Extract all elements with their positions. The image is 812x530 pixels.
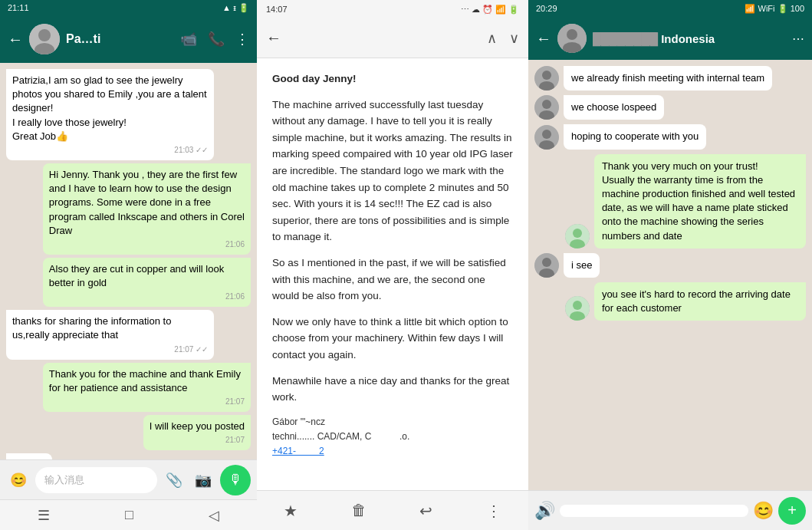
system-icons-panel2: ⋯ ☁ ⏰ 📶 🔋	[461, 5, 519, 15]
svg-point-7	[542, 71, 551, 80]
emoji-icon[interactable]: 😊	[753, 501, 774, 521]
svg-point-4	[567, 29, 577, 40]
avatar	[557, 24, 587, 53]
messages-list-panel3: we already finish meeting with internal …	[528, 60, 812, 490]
list-item: 😊 21:07 ✓✓	[6, 453, 52, 459]
message-text: thanks for sharing the information to us…	[12, 315, 171, 341]
mic-button[interactable]: 🎙	[220, 465, 251, 495]
message-bubble: you see it's hard to record the arriving…	[594, 282, 806, 321]
phone-icon[interactable]: 📞	[208, 31, 225, 48]
message-text: Also they are cut in copper and will loo…	[49, 263, 224, 288]
avatar	[534, 95, 559, 120]
panel-email: 14:07 ⋯ ☁ ⏰ 📶 🔋 ← ∧ ∨ Good day Jenny! Th…	[257, 0, 528, 530]
star-icon[interactable]: ★	[284, 502, 298, 520]
list-item: Also they are cut in copper and will loo…	[43, 258, 251, 307]
svg-point-1	[38, 29, 51, 41]
list-item: Thank you for the machine and thank Emil…	[43, 363, 251, 412]
list-item: hoping to cooperate with you	[534, 124, 806, 149]
contact-name: Pa…ti	[66, 32, 174, 46]
message-time: 21:07	[49, 397, 245, 407]
email-paragraph-4: Menawhile have a nice day and thanks for…	[272, 373, 513, 406]
message-time: 21:07	[150, 435, 245, 446]
message-text: Patrizia,I am so glad to see the jewelry…	[12, 74, 207, 142]
contact-name-suffix: Indonesia	[661, 32, 715, 45]
message-text: hoping to cooperate with you	[571, 130, 699, 142]
menu-icon[interactable]: ☰	[38, 507, 50, 524]
video-call-icon[interactable]: 📹	[180, 31, 197, 48]
back-icon[interactable]: ←	[536, 30, 551, 48]
status-bar-panel3: 20:29 📶 WiFi 🔋 100	[528, 0, 812, 17]
avatar	[534, 125, 559, 150]
more-icon[interactable]: ⋯	[792, 31, 804, 46]
list-item: you see it's hard to record the arriving…	[534, 282, 806, 321]
signal-icons-panel1: ▲ ᵻ 🔋	[222, 3, 249, 13]
message-time: 21:06	[49, 239, 245, 250]
list-item: we choose lospeed	[534, 95, 806, 120]
status-bar-panel2: 14:07 ⋯ ☁ ⏰ 📶 🔋	[257, 0, 528, 18]
panel-whatsapp-left: 21:11 ▲ ᵻ 🔋 ← Pa…ti 📹 📞 ⋮ Patrizia,I am …	[0, 0, 257, 530]
svg-point-13	[542, 130, 551, 139]
emoji-icon[interactable]: 😊	[6, 468, 31, 492]
reply-icon[interactable]: ↩	[419, 502, 432, 520]
message-bubble: Thank you very much on your trust!Usuall…	[594, 154, 806, 249]
svg-point-22	[573, 301, 582, 310]
avatar	[29, 24, 60, 54]
avatar-outgoing	[565, 224, 590, 249]
message-text: we choose lospeed	[571, 101, 656, 113]
email-paragraph-1: The machine arrived successfully last tu…	[272, 97, 513, 245]
message-text: you see it's hard to record the arriving…	[602, 288, 791, 314]
message-input-bar-panel3: 🔊 😊 +	[528, 490, 812, 530]
email-paragraph-2: So as I mentioned in the past, if we wil…	[272, 255, 513, 305]
list-item: thanks for sharing the information to us…	[6, 310, 214, 359]
email-greeting: Good day Jenny!	[272, 71, 513, 87]
list-item: i see	[534, 253, 806, 278]
back-nav-icon[interactable]: ◁	[209, 507, 219, 524]
message-bubble: we already finish meeting with internal …	[564, 66, 772, 91]
header-action-icons: 📹 📞 ⋮	[180, 31, 249, 48]
message-input[interactable]: 输入消息	[35, 467, 157, 493]
message-text: Thank you very much on your trust!Usuall…	[602, 160, 795, 242]
trash-icon[interactable]: 🗑	[351, 502, 367, 519]
email-signature: Gábor '"~ncztechni....... CAD/CAM, C .o.…	[272, 415, 513, 459]
list-item: Hi Jenny. Thank you , they are the first…	[43, 163, 251, 255]
contact-info-panel3: ████████ Indonesia	[593, 32, 786, 45]
svg-point-19	[542, 258, 551, 267]
chat-header-panel1: ← Pa…ti 📹 📞 ⋮	[0, 15, 257, 63]
chevron-up-icon[interactable]: ∧	[487, 30, 497, 47]
avatar	[534, 253, 559, 278]
add-button[interactable]: +	[778, 497, 806, 525]
message-bubble: i see	[564, 253, 600, 278]
message-bubble: hoping to cooperate with you	[564, 124, 706, 149]
attachment-icon[interactable]: 📎	[162, 468, 186, 492]
message-text: I will keep you posted	[150, 420, 245, 432]
time-panel1: 21:11	[8, 3, 29, 12]
svg-point-10	[542, 100, 551, 109]
home-icon[interactable]: □	[125, 507, 133, 523]
list-item: I will keep you posted 21:07	[143, 415, 251, 450]
message-text: Hi Jenny. Thank you , they are the first…	[49, 169, 245, 236]
back-icon[interactable]: ←	[266, 29, 281, 47]
message-time: 21:06	[49, 291, 245, 302]
camera-icon[interactable]: 📷	[191, 468, 215, 492]
chevron-down-icon[interactable]: ∨	[509, 30, 519, 47]
message-input[interactable]	[560, 505, 748, 517]
header-action-icons: ∧ ∨	[487, 30, 519, 47]
message-text: we already finish meeting with internal …	[571, 72, 764, 84]
navigation-bar: ☰ □ ◁	[0, 499, 257, 530]
more-options-icon[interactable]: ⋮	[486, 502, 501, 520]
message-text: Thank you for the machine and thank Emil…	[49, 368, 241, 393]
input-placeholder: 输入消息	[44, 473, 84, 487]
time-panel2: 14:07	[266, 5, 288, 14]
audio-icon[interactable]: 🔊	[534, 501, 555, 521]
email-body: Good day Jenny! The machine arrived succ…	[257, 58, 528, 490]
message-text: i see	[571, 259, 592, 271]
message-input-bar: 😊 输入消息 📎 📷 🎙	[0, 459, 257, 499]
status-bar-panel1: 21:11 ▲ ᵻ 🔋	[0, 0, 257, 15]
back-icon[interactable]: ←	[8, 31, 23, 48]
list-item: Thank you very much on your trust!Usuall…	[534, 154, 806, 249]
more-icon[interactable]: ⋮	[235, 31, 249, 48]
messages-list-panel1: Patrizia,I am so glad to see the jewelry…	[0, 63, 257, 459]
message-time: 21:03 ✓✓	[12, 145, 208, 156]
header-action-icons-panel3: ⋯	[792, 31, 804, 46]
list-item: Patrizia,I am so glad to see the jewelry…	[6, 69, 214, 160]
